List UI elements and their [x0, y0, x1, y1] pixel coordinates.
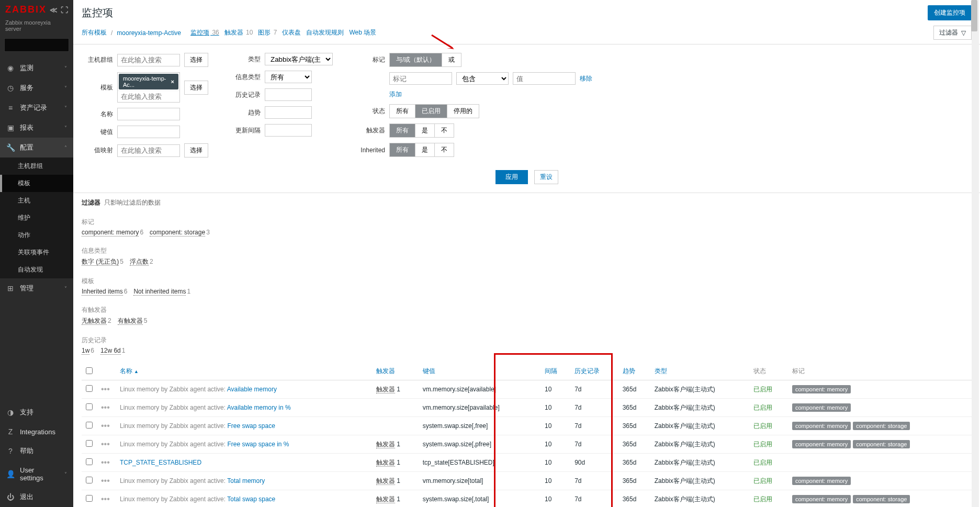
- input-tag-name[interactable]: [389, 72, 452, 85]
- select-infotype[interactable]: 所有: [265, 71, 312, 83]
- nav-退出[interactable]: ⏻退出: [0, 487, 73, 507]
- tag-badge[interactable]: component: memory: [792, 495, 851, 503]
- btn-state-all[interactable]: 所有: [390, 105, 415, 118]
- create-item-button[interactable]: 创建监控项: [928, 5, 972, 20]
- nav-配置[interactable]: 🔧配置˄: [0, 138, 73, 157]
- filter-inherited[interactable]: Inherited items: [82, 288, 123, 296]
- filter-tag-storage[interactable]: component: storage: [150, 229, 205, 236]
- trigger-link[interactable]: 触发器: [376, 477, 395, 485]
- nav-管理[interactable]: ⊞管理˅: [0, 278, 73, 298]
- tag-badge[interactable]: component: storage: [853, 440, 910, 448]
- row-menu-icon[interactable]: •••: [101, 403, 110, 412]
- filter-tag-memory[interactable]: component: memory: [82, 229, 139, 236]
- item-name-link[interactable]: Available memory in %: [227, 404, 291, 411]
- select-template-button[interactable]: 选择: [184, 81, 208, 95]
- btn-inherited-yes[interactable]: 是: [415, 143, 435, 156]
- tag-badge[interactable]: component: memory: [792, 440, 851, 448]
- tag-badge[interactable]: component: memory: [792, 385, 851, 393]
- filter-history-12w6d[interactable]: 12w 6d: [100, 347, 121, 355]
- trigger-link[interactable]: 触发器: [376, 441, 395, 448]
- filter-history-1w[interactable]: 1w: [82, 347, 89, 355]
- status-enabled[interactable]: 已启用: [753, 477, 772, 485]
- tag-badge[interactable]: component: memory: [792, 477, 851, 485]
- nav-服务[interactable]: ◷服务˅: [0, 78, 73, 98]
- input-host-group[interactable]: [117, 54, 180, 66]
- item-name-link[interactable]: Free swap space in %: [227, 441, 289, 448]
- row-checkbox[interactable]: [86, 385, 93, 392]
- btn-state-disabled[interactable]: 停用的: [447, 105, 479, 118]
- filter-no-trigger[interactable]: 无触发器: [82, 317, 107, 325]
- subnav-维护[interactable]: 维护: [0, 209, 73, 227]
- row-menu-icon[interactable]: •••: [101, 385, 110, 393]
- filter-infotype-float[interactable]: 浮点数: [130, 258, 149, 266]
- subnav-主机群组[interactable]: 主机群组: [0, 157, 73, 175]
- nav-User settings[interactable]: 👤User settings˅: [0, 461, 73, 487]
- item-name-link[interactable]: Free swap space: [227, 422, 275, 430]
- row-checkbox[interactable]: [86, 403, 93, 410]
- subnav-主机[interactable]: 主机: [0, 192, 73, 209]
- tag-badge[interactable]: component: memory: [792, 422, 851, 430]
- nav-资产记录[interactable]: ≡资产记录˅: [0, 98, 73, 118]
- btn-inherited-all[interactable]: 所有: [390, 143, 415, 156]
- status-enabled[interactable]: 已启用: [753, 422, 772, 430]
- status-enabled[interactable]: 已启用: [753, 404, 772, 411]
- select-tag-op[interactable]: 包含: [456, 72, 509, 85]
- row-checkbox[interactable]: [86, 440, 93, 447]
- tab-监控项[interactable]: 监控项 36: [190, 29, 219, 36]
- col-key[interactable]: 键值: [419, 363, 540, 380]
- btn-andor-and[interactable]: 与/或（默认）: [390, 53, 442, 66]
- input-history[interactable]: [265, 88, 312, 101]
- col-history[interactable]: 历史记录: [570, 363, 618, 380]
- input-interval[interactable]: [265, 124, 312, 137]
- input-name[interactable]: [117, 108, 180, 120]
- status-enabled[interactable]: 已启用: [753, 441, 772, 448]
- input-key[interactable]: [117, 126, 180, 138]
- row-checkbox[interactable]: [86, 422, 93, 429]
- tag-add[interactable]: 添加: [389, 90, 402, 99]
- btn-andor-or[interactable]: 或: [442, 53, 461, 66]
- nav-支持[interactable]: ◑支持: [0, 402, 73, 422]
- filter-has-trigger[interactable]: 有触发器: [118, 317, 143, 325]
- trigger-link[interactable]: 触发器: [376, 459, 395, 467]
- row-menu-icon[interactable]: •••: [101, 458, 110, 467]
- input-trends[interactable]: [265, 106, 312, 119]
- tab-触发器[interactable]: 触发器 10: [224, 29, 253, 36]
- col-type[interactable]: 类型: [650, 363, 749, 380]
- col-name[interactable]: 名称▲: [116, 363, 372, 380]
- nav-Integrations[interactable]: ZIntegrations: [0, 422, 73, 441]
- tag-remove[interactable]: 移除: [580, 74, 592, 83]
- item-name-link[interactable]: Total swap space: [227, 495, 275, 503]
- select-host-group-button[interactable]: 选择: [184, 53, 208, 67]
- chip-remove-icon[interactable]: ×: [171, 78, 174, 85]
- tag-badge[interactable]: component: memory: [792, 403, 851, 412]
- template-chip[interactable]: mooreyxia-temp-Ac...×: [119, 74, 178, 89]
- subnav-关联项事件[interactable]: 关联项事件: [0, 244, 73, 261]
- select-type[interactable]: Zabbix客户端(主动式): [265, 53, 333, 65]
- tab-仪表盘[interactable]: 仪表盘: [282, 29, 301, 36]
- nav-帮助[interactable]: ?帮助: [0, 441, 73, 461]
- btn-triggers-all[interactable]: 所有: [390, 124, 415, 137]
- status-enabled[interactable]: 已启用: [753, 386, 772, 393]
- select-all-checkbox[interactable]: [86, 367, 93, 374]
- status-enabled[interactable]: 已启用: [753, 459, 772, 466]
- row-menu-icon[interactable]: •••: [101, 494, 110, 503]
- trigger-link[interactable]: 触发器: [376, 495, 395, 503]
- global-search[interactable]: 🔍: [4, 38, 69, 52]
- filter-toggle[interactable]: 过滤器 ▽: [933, 26, 972, 40]
- filter-not-inherited[interactable]: Not inherited items: [133, 288, 186, 296]
- tab-Web 场景[interactable]: Web 场景: [349, 29, 376, 36]
- reset-button[interactable]: 重设: [534, 170, 558, 184]
- row-menu-icon[interactable]: •••: [101, 476, 110, 485]
- row-menu-icon[interactable]: •••: [101, 440, 110, 448]
- input-valuemap[interactable]: [117, 144, 180, 157]
- breadcrumb-all-templates[interactable]: 所有模板: [82, 28, 107, 37]
- breadcrumb-template[interactable]: mooreyxia-temp-Active: [117, 29, 181, 37]
- status-enabled[interactable]: 已启用: [753, 495, 772, 503]
- btn-inherited-no[interactable]: 不: [435, 143, 454, 156]
- btn-triggers-no[interactable]: 不: [435, 124, 454, 137]
- filter-infotype-uint[interactable]: 数字 (无正负): [82, 258, 119, 266]
- tab-自动发现规则[interactable]: 自动发现规则: [306, 29, 344, 36]
- scrollbar-thumb[interactable]: [971, 0, 977, 31]
- item-name-link[interactable]: TCP_STATE_ESTABLISHED: [120, 459, 201, 466]
- row-menu-icon[interactable]: •••: [101, 421, 110, 430]
